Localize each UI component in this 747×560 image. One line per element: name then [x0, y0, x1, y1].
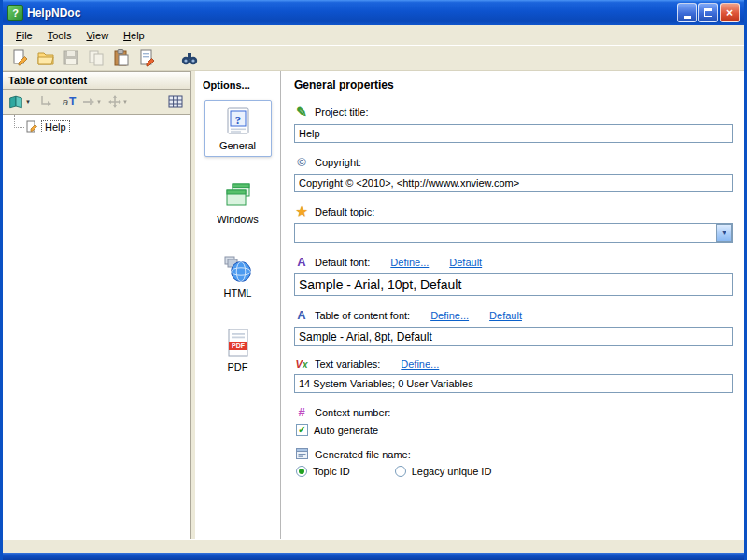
font-letter-icon: A	[294, 308, 309, 322]
font-letter-icon: A	[294, 255, 309, 269]
maximize-button[interactable]	[698, 3, 718, 22]
text-variables-field: Vx Text variables: Define...	[294, 358, 733, 393]
auto-generate-checkbox[interactable]: ✓ Auto generate	[296, 424, 378, 436]
title-bar[interactable]: ? HelpNDoc ×	[3, 0, 744, 25]
save-project-icon	[61, 48, 81, 68]
default-font-define-link[interactable]: Define...	[390, 257, 429, 268]
svg-text:?: ?	[234, 113, 241, 127]
options-header: Options...	[195, 71, 280, 100]
add-topic-caret-icon[interactable]: ▼	[25, 99, 31, 105]
maximize-icon	[704, 8, 712, 17]
main-toolbar	[3, 45, 744, 71]
star-icon: ★	[294, 204, 309, 218]
toc-font-sample-input[interactable]	[294, 327, 733, 346]
default-font-sample-input[interactable]	[294, 273, 733, 296]
radio-legacy-unique-id[interactable]: Legacy unique ID	[395, 466, 492, 477]
copyright-label: Copyright:	[315, 157, 361, 168]
minimize-icon	[684, 16, 691, 19]
default-font-label: Default font:	[315, 257, 370, 268]
table-of-content-panel: Table of content ▼ aT ▼ ▼	[3, 71, 191, 539]
arrange-topic-caret-icon: ▼	[122, 99, 128, 105]
copyright-icon: ©	[294, 155, 309, 169]
hash-icon: #	[294, 405, 309, 419]
open-project-icon[interactable]	[35, 48, 56, 68]
menu-view[interactable]: View	[78, 28, 116, 43]
tree-item-label[interactable]: Help	[41, 120, 70, 133]
window-bottom-border	[3, 553, 744, 560]
main-area: Table of content ▼ aT ▼ ▼	[3, 71, 744, 539]
edit-page-icon[interactable]	[136, 48, 157, 68]
default-topic-field: ★ Default topic: ▼	[294, 204, 733, 243]
topic-page-icon	[25, 120, 38, 133]
option-pdf-label: PDF	[228, 361, 248, 372]
default-topic-label: Default topic:	[315, 206, 374, 217]
radio-topic-id[interactable]: Topic ID	[296, 466, 350, 477]
menu-help[interactable]: Help	[116, 28, 152, 43]
move-topic-caret-icon: ▼	[96, 99, 102, 105]
text-variables-icon: Vx	[294, 358, 309, 370]
option-general-label: General	[219, 140, 256, 151]
generated-file-name-field: Generated file name: Topic ID Legacy uni…	[294, 448, 733, 477]
radio-button-icon[interactable]	[296, 466, 307, 477]
toc-font-field: A Table of content font: Define... Defau…	[294, 308, 733, 346]
app-window: ? HelpNDoc × File Tools View Help	[0, 0, 747, 560]
default-topic-value	[295, 224, 716, 242]
pencil-icon: ✎	[294, 105, 309, 119]
copy-icon	[86, 48, 106, 68]
default-topic-select[interactable]: ▼	[294, 223, 733, 243]
html-globe-icon	[223, 254, 253, 284]
windows-icon	[223, 180, 253, 210]
option-html[interactable]: HTML	[204, 247, 272, 304]
grid-view-icon[interactable]	[165, 91, 186, 112]
close-button[interactable]: ×	[720, 3, 740, 22]
radio-legacy-unique-id-label: Legacy unique ID	[412, 466, 492, 477]
find-icon[interactable]	[179, 48, 200, 68]
checkbox-box[interactable]: ✓	[296, 424, 308, 436]
toc-toolbar: ▼ aT ▼ ▼	[3, 90, 190, 114]
add-topic-icon[interactable]: ▼	[7, 94, 31, 110]
general-properties-header: General properties	[294, 78, 733, 91]
toc-header: Table of content	[3, 71, 190, 90]
window-title: HelpNDoc	[27, 7, 80, 20]
option-pdf[interactable]: PDF PDF	[204, 321, 272, 378]
add-child-topic-icon	[36, 91, 57, 112]
check-icon: ✓	[298, 425, 306, 435]
tree-item-help[interactable]: Help	[3, 120, 190, 133]
context-number-field: # Context number: ✓ Auto generate	[294, 405, 733, 436]
toc-tree: Help	[3, 114, 190, 539]
menu-file[interactable]: File	[8, 28, 40, 43]
menu-bar: File Tools View Help	[3, 25, 744, 45]
app-icon: ?	[7, 5, 23, 21]
project-title-input[interactable]	[294, 124, 733, 143]
menu-tools[interactable]: Tools	[40, 28, 79, 43]
general-help-icon: ?	[223, 106, 253, 136]
move-topic-icon: ▼	[81, 91, 102, 112]
edit-project-icon[interactable]	[10, 48, 31, 68]
toc-font-define-link[interactable]: Define...	[430, 310, 469, 321]
option-general[interactable]: ? General	[204, 100, 272, 157]
svg-text:PDF: PDF	[232, 343, 246, 349]
copyright-input[interactable]	[294, 174, 733, 192]
text-variables-label: Text variables:	[315, 358, 380, 370]
auto-generate-label: Auto generate	[314, 425, 378, 436]
combo-dropdown-button[interactable]: ▼	[716, 224, 732, 242]
project-title-field: ✎ Project title:	[294, 105, 733, 143]
default-font-field: A Default font: Define... Default	[294, 255, 733, 296]
generated-file-name-label: Generated file name:	[315, 449, 411, 460]
toc-font-label: Table of content font:	[315, 310, 410, 321]
status-bar	[3, 539, 744, 553]
arrange-topic-icon: ▼	[107, 91, 128, 112]
toc-font-default-link[interactable]: Default	[489, 310, 522, 321]
context-number-label: Context number:	[315, 407, 390, 418]
text-variables-define-link[interactable]: Define...	[401, 358, 439, 370]
rename-topic-icon[interactable]: aT	[63, 95, 76, 108]
minimize-button[interactable]	[677, 3, 697, 22]
option-html-label: HTML	[224, 287, 252, 299]
radio-button-icon[interactable]	[395, 466, 406, 477]
option-windows[interactable]: Windows	[204, 174, 272, 231]
paste-icon[interactable]	[111, 48, 132, 68]
text-variables-input[interactable]	[294, 374, 733, 393]
copyright-field: © Copyright:	[294, 155, 733, 192]
close-icon: ×	[726, 7, 733, 19]
default-font-default-link[interactable]: Default	[449, 257, 482, 268]
